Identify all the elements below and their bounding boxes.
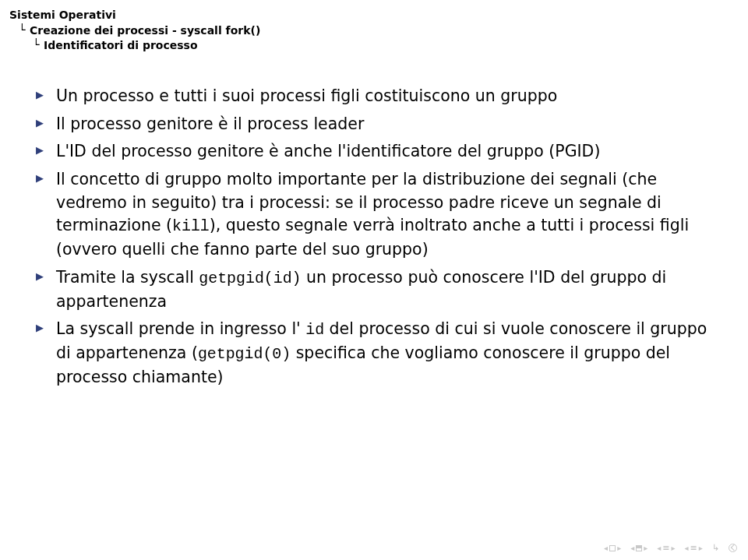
- list-item: Un processo e tutti i suoi processi figl…: [36, 85, 712, 108]
- nav-back[interactable]: [729, 544, 737, 552]
- slide-header: Sistemi Operativi └ Creazione dei proces…: [0, 0, 748, 54]
- slide-body: Un processo e tutti i suoi processi figl…: [0, 54, 748, 389]
- nav-footer: ◂▸ ◂▸ ◂≡▸ ◂≡▸ ↲: [604, 544, 737, 552]
- tree-branch-icon: └: [33, 37, 44, 53]
- nav-prev-section[interactable]: ◂▸: [630, 544, 647, 552]
- nav-prev[interactable]: ◂≡▸: [657, 544, 675, 552]
- nav-first[interactable]: ◂▸: [604, 544, 621, 552]
- tree-branch-icon: └: [19, 23, 30, 38]
- list-item: Il processo genitore è il process leader: [36, 113, 712, 136]
- nav-last[interactable]: ↲: [712, 544, 719, 552]
- breadcrumb-level-3-label: Identificatori di processo: [44, 38, 198, 54]
- breadcrumb-level-1: Sistemi Operativi: [9, 8, 739, 23]
- bullet-list: Un processo e tutti i suoi processi figl…: [36, 85, 712, 389]
- list-item: Il concetto di gruppo molto importante p…: [36, 168, 712, 262]
- list-item: Tramite la syscall getpgid(id) un proces…: [36, 266, 712, 314]
- breadcrumb-level-2-label: Creazione dei processi - syscall fork(): [30, 23, 260, 39]
- list-item: La syscall prende in ingresso l' id del …: [36, 318, 712, 389]
- breadcrumb-level-2: └ Creazione dei processi - syscall fork(…: [9, 23, 739, 39]
- list-item: L'ID del processo genitore è anche l'ide…: [36, 140, 712, 164]
- nav-next[interactable]: ◂≡▸: [685, 544, 703, 552]
- breadcrumb-level-3: └ Identificatori di processo: [9, 38, 739, 54]
